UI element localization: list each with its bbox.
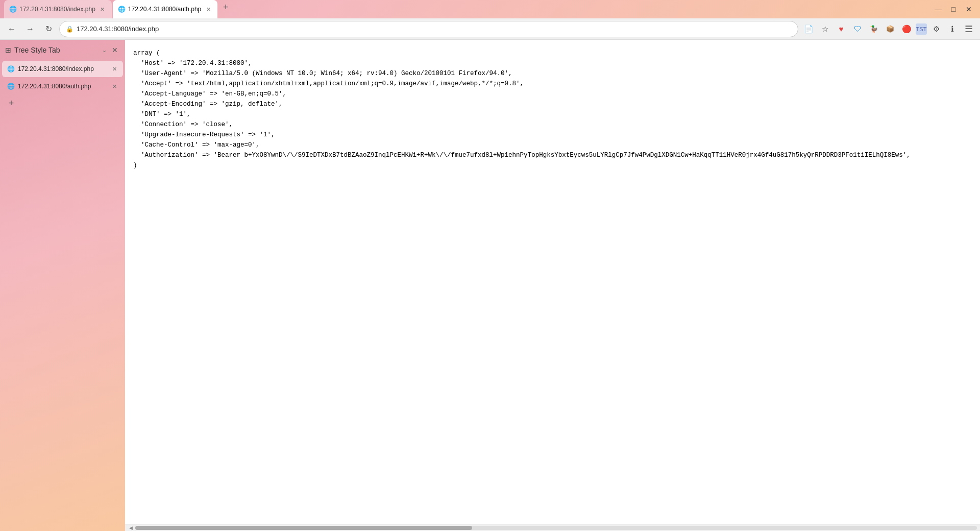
horizontal-scrollbar[interactable]: ◀: [125, 524, 980, 531]
close-button[interactable]: ✕: [962, 2, 976, 16]
lock-icon: 🔒: [66, 26, 74, 33]
shield-icon[interactable]: 🛡: [850, 22, 865, 36]
sidebar-title: Tree Style Tab: [14, 46, 99, 54]
sidebar-panel-icon: ⊞: [5, 46, 11, 54]
sidebar-tab2-close-button[interactable]: ✕: [110, 82, 119, 91]
sidebar-tab2-favicon: 🌐: [7, 83, 15, 90]
sidebar-item-index[interactable]: 🌐 172.20.4.31:8080/index.php ✕: [2, 61, 123, 77]
back-button[interactable]: ←: [4, 21, 19, 37]
sidebar-tab1-favicon: 🌐: [7, 65, 15, 73]
sidebar-header: ⊞ Tree Style Tab ⌄ ✕: [0, 40, 125, 60]
settings-icon[interactable]: ⚙: [929, 22, 943, 36]
content-area: array ( 'Host' => '172.20.4.31:8080', 'U…: [125, 40, 980, 531]
extension2-icon[interactable]: 🔴: [899, 22, 914, 36]
bookmark-icon[interactable]: ☆: [818, 22, 832, 36]
tab2-close-button[interactable]: ✕: [204, 5, 212, 13]
code-output: array ( 'Host' => '172.20.4.31:8080', 'U…: [125, 40, 980, 179]
sidebar-tab2-label: 172.20.4.31:8080/auth.php: [18, 83, 107, 90]
titlebar: 🌐 172.20.4.31:8080/index.php ✕ 🌐 172.20.…: [0, 0, 980, 18]
sidebar-tab1-close-button[interactable]: ✕: [110, 64, 119, 74]
maximize-button[interactable]: □: [946, 2, 961, 16]
address-text: 172.20.4.31:8080/index.php: [77, 25, 792, 33]
tab1-close-button[interactable]: ✕: [99, 5, 107, 13]
browser-tab-1[interactable]: 🌐 172.20.4.31:8080/index.php ✕: [4, 0, 112, 18]
main-layout: ⊞ Tree Style Tab ⌄ ✕ 🌐 172.20.4.31:8080/…: [0, 40, 980, 531]
sidebar-chevron-icon[interactable]: ⌄: [102, 47, 107, 54]
tst-icon[interactable]: TST: [916, 23, 927, 35]
scrollbar-track[interactable]: [135, 526, 977, 530]
tab-bar: 🌐 172.20.4.31:8080/index.php ✕ 🌐 172.20.…: [4, 0, 925, 18]
sidebar: ⊞ Tree Style Tab ⌄ ✕ 🌐 172.20.4.31:8080/…: [0, 40, 125, 531]
address-port: :8080/index.php: [112, 25, 159, 33]
tab2-favicon: 🌐: [118, 6, 125, 13]
window-controls: — □ ✕: [931, 2, 976, 16]
navbar: ← → ↻ 🔒 172.20.4.31:8080/index.php 📄 ☆ ♥…: [0, 18, 980, 40]
pocket-icon[interactable]: ♥: [834, 22, 848, 36]
address-host: 172.20.4.31: [77, 25, 112, 33]
scroll-left-button[interactable]: ◀: [127, 525, 134, 530]
sidebar-item-auth[interactable]: 🌐 172.20.4.31:8080/auth.php ✕: [2, 78, 123, 94]
tab1-title: 172.20.4.31:8080/index.php: [19, 6, 95, 13]
forward-button[interactable]: →: [22, 21, 38, 37]
new-tab-button[interactable]: +: [218, 0, 233, 14]
sidebar-new-tab-button[interactable]: +: [5, 97, 17, 109]
sidebar-close-button[interactable]: ✕: [110, 45, 120, 55]
extension1-icon[interactable]: 📦: [883, 22, 897, 36]
reader-view-icon[interactable]: 📄: [801, 22, 816, 36]
duckduckgo-icon[interactable]: 🦆: [867, 22, 881, 36]
address-bar[interactable]: 🔒 172.20.4.31:8080/index.php: [59, 21, 798, 37]
minimize-button[interactable]: —: [931, 2, 945, 16]
menu-icon[interactable]: ☰: [962, 22, 976, 36]
reload-button[interactable]: ↻: [41, 21, 56, 37]
browser-tab-2[interactable]: 🌐 172.20.4.31:8080/auth.php ✕: [113, 0, 217, 18]
info-icon[interactable]: ℹ: [945, 22, 960, 36]
toolbar-icons: 📄 ☆ ♥ 🛡 🦆 📦 🔴 TST ⚙ ℹ ☰: [801, 22, 976, 36]
tab2-title: 172.20.4.31:8080/auth.php: [128, 6, 201, 13]
sidebar-tab1-label: 172.20.4.31:8080/index.php: [18, 65, 107, 73]
scrollbar-thumb[interactable]: [135, 526, 472, 530]
tab1-favicon: 🌐: [9, 6, 16, 13]
